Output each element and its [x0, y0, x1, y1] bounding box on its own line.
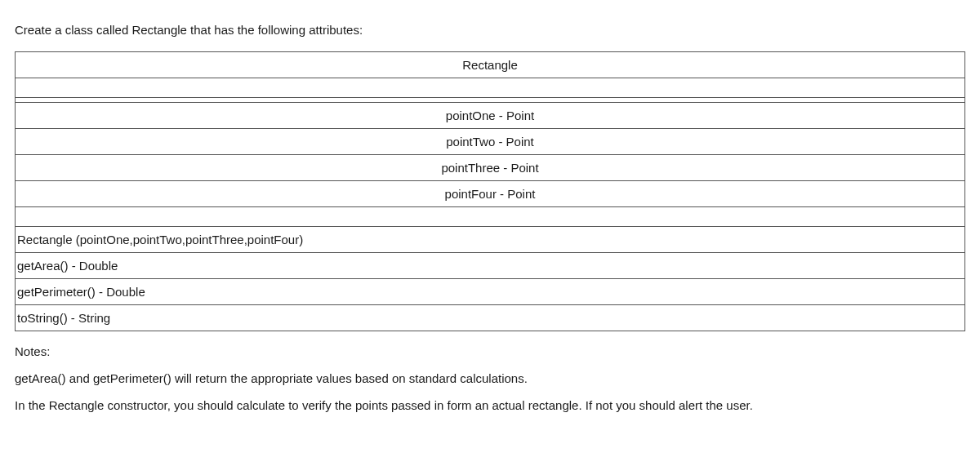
intro-text: Create a class called Rectangle that has…	[15, 23, 965, 37]
method-cell: Rectangle (pointOne,pointTwo,pointThree,…	[16, 227, 965, 253]
method-cell: toString() - String	[16, 305, 965, 331]
method-cell: getPerimeter() - Double	[16, 279, 965, 305]
class-diagram-table: Rectangle pointOne - Point pointTwo - Po…	[15, 51, 965, 331]
method-cell: getArea() - Double	[16, 253, 965, 279]
notes-heading: Notes:	[15, 344, 965, 358]
attribute-cell: pointThree - Point	[16, 155, 965, 181]
attribute-cell: pointFour - Point	[16, 181, 965, 207]
class-name-cell: Rectangle	[16, 52, 965, 78]
notes-line-2: In the Rectangle constructor, you should…	[15, 398, 965, 412]
spacer-row	[16, 78, 965, 98]
attribute-cell: pointTwo - Point	[16, 129, 965, 155]
notes-line-1: getArea() and getPerimeter() will return…	[15, 371, 965, 385]
spacer-row	[16, 207, 965, 227]
attribute-cell: pointOne - Point	[16, 103, 965, 129]
